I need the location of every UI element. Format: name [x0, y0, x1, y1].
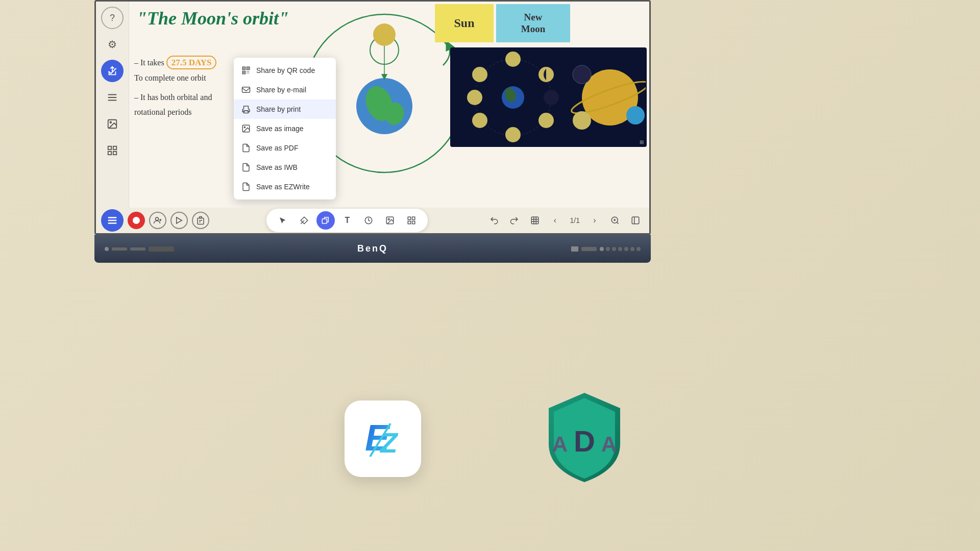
- menu-item-share-email[interactable]: Share by e-mail: [234, 80, 336, 99]
- svg-text:A: A: [601, 432, 617, 456]
- svg-point-9: [505, 52, 521, 67]
- menu-item-save-pdf[interactable]: Save as PDF: [234, 138, 336, 158]
- moon-phases-image: ⊞: [450, 47, 647, 147]
- sidebar-icon-settings[interactable]: ⚙: [101, 33, 124, 56]
- context-menu: Share by QR code Share by e-mail: [234, 58, 336, 199]
- menu-item-save-image[interactable]: Save as image: [234, 119, 336, 138]
- page-indicator: 1/1: [567, 216, 583, 224]
- menu-button[interactable]: [101, 209, 124, 232]
- bezel-bar-2: [130, 247, 145, 251]
- benq-logo: BenQ: [357, 243, 388, 254]
- menu-label-save-iwb: Save as IWB: [256, 163, 298, 171]
- sidebar-icon-help[interactable]: ?: [101, 7, 124, 29]
- ezwrite-icon: [241, 182, 251, 192]
- svg-rect-41: [249, 73, 250, 74]
- tool-shapes[interactable]: [359, 211, 378, 230]
- whiteboard-title: "The Moon's orbit": [137, 8, 289, 29]
- sidebar-icon-gallery[interactable]: [101, 113, 124, 135]
- highlight-days: 27.5 DAYS: [166, 56, 217, 69]
- menu-label-save-ezwrite: Save as EZWrite: [256, 183, 310, 191]
- bezel-bar-1: [112, 247, 127, 251]
- svg-rect-30: [108, 152, 111, 155]
- menu-item-share-print[interactable]: Share by print: [234, 99, 336, 119]
- bottom-toolbar: T: [96, 208, 649, 233]
- svg-point-55: [388, 218, 390, 220]
- svg-rect-58: [408, 221, 411, 224]
- undo-button[interactable]: [485, 212, 503, 229]
- record-button[interactable]: [128, 212, 145, 229]
- svg-rect-57: [412, 217, 415, 219]
- bezel-right-bar: [581, 247, 597, 251]
- tool-text[interactable]: T: [338, 211, 356, 230]
- toolbar-center: T: [266, 209, 428, 232]
- sidebar-icon-templates[interactable]: [101, 139, 124, 162]
- svg-rect-42: [242, 87, 250, 93]
- svg-rect-28: [108, 146, 111, 149]
- menu-label-qr: Share by QR code: [256, 66, 315, 74]
- svg-point-13: [544, 90, 559, 105]
- monitor: "The Moon's orbit" – It takes 27.5 DAYS …: [94, 0, 651, 265]
- menu-item-save-iwb[interactable]: Save as IWB: [234, 158, 336, 177]
- menu-item-share-qr[interactable]: Share by QR code: [234, 61, 336, 80]
- svg-point-27: [110, 121, 111, 123]
- bezel-dots: [600, 247, 641, 251]
- svg-text:D: D: [574, 424, 595, 458]
- clipboard-button[interactable]: [192, 212, 209, 229]
- image-watermark: ⊞: [640, 139, 644, 145]
- svg-rect-56: [408, 217, 411, 219]
- zoom-in-button[interactable]: [606, 212, 624, 229]
- tool-pen[interactable]: [295, 211, 313, 230]
- svg-marker-47: [177, 217, 182, 223]
- svg-point-24: [573, 65, 591, 84]
- svg-rect-29: [113, 146, 116, 149]
- app-icons-row: E Z D A A: [345, 388, 635, 490]
- svg-rect-31: [113, 152, 116, 155]
- toolbar-right: ‹ 1/1 ›: [485, 212, 644, 229]
- menu-label-save-pdf: Save as PDF: [256, 144, 298, 152]
- redo-button[interactable]: [506, 212, 523, 229]
- svg-rect-37: [243, 72, 244, 73]
- monitor-bezel: BenQ: [94, 235, 651, 263]
- image-icon: [241, 123, 251, 134]
- bezel-right-controls: [571, 246, 641, 252]
- svg-point-23: [626, 106, 645, 124]
- svg-point-25: [573, 111, 591, 130]
- whiteboard: "The Moon's orbit" – It takes 27.5 DAYS …: [96, 2, 649, 208]
- svg-rect-59: [412, 221, 415, 224]
- left-sidebar: ? ⚙: [96, 2, 129, 208]
- bezel-nfc: [571, 246, 578, 252]
- tool-eraser[interactable]: [316, 211, 335, 230]
- svg-rect-52: [323, 219, 327, 223]
- svg-rect-35: [243, 68, 244, 69]
- sticky-newmoon: NewMoon: [496, 4, 570, 42]
- sidebar-icon-share[interactable]: [101, 60, 124, 82]
- text-line-1: – It takes 27.5 DAYS: [134, 55, 216, 71]
- svg-point-5: [373, 23, 396, 46]
- present-button[interactable]: [170, 212, 188, 229]
- print-icon: [241, 104, 251, 114]
- toolbar-left: [101, 209, 209, 232]
- tool-media[interactable]: [381, 211, 399, 230]
- svg-point-46: [156, 217, 159, 220]
- svg-point-16: [472, 113, 487, 128]
- svg-rect-36: [248, 68, 249, 69]
- svg-point-15: [505, 127, 521, 142]
- qr-icon: [241, 65, 251, 76]
- svg-point-45: [244, 127, 245, 128]
- tool-more[interactable]: [402, 211, 421, 230]
- sidebar-icon-files[interactable]: [101, 86, 124, 109]
- panel-button[interactable]: [627, 212, 644, 229]
- ada-app-icon[interactable]: D A A: [533, 388, 635, 490]
- fit-button[interactable]: [526, 212, 544, 229]
- sticky-sun: Sun: [435, 4, 494, 42]
- tool-select[interactable]: [274, 211, 292, 230]
- prev-page-button[interactable]: ‹: [547, 212, 564, 229]
- svg-rect-40: [247, 73, 248, 74]
- ezwrite-app-icon[interactable]: E Z: [345, 400, 421, 477]
- email-icon: [241, 85, 251, 95]
- menu-item-save-ezwrite[interactable]: Save as EZWrite: [234, 177, 336, 196]
- add-user-button[interactable]: [149, 212, 166, 229]
- bezel-bar-3: [149, 246, 174, 252]
- svg-rect-62: [632, 217, 639, 224]
- next-page-button[interactable]: ›: [586, 212, 603, 229]
